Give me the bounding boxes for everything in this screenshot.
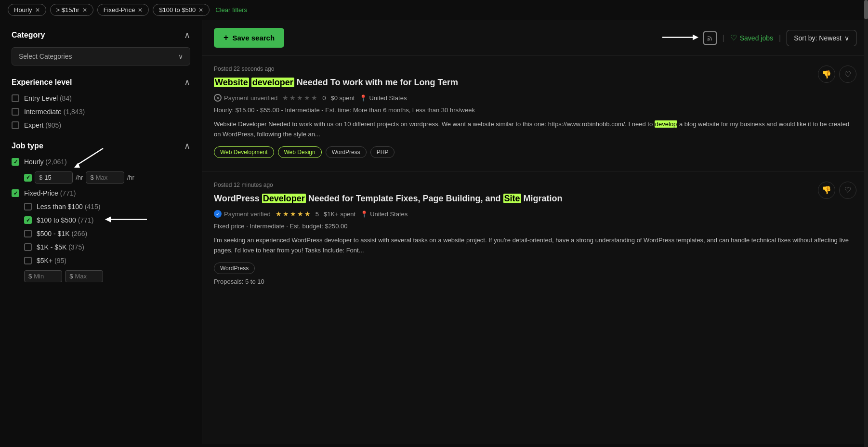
clear-filters-button[interactable]: Clear filters (215, 6, 247, 13)
fixed-price-checkbox[interactable] (12, 189, 19, 197)
payment-status-1: ✓ Payment verified (214, 210, 271, 218)
unverified-icon: ✕ (214, 94, 222, 102)
save-search-label: Save search (233, 34, 275, 42)
fixed-price-chip[interactable]: Fixed-Price✕ (97, 4, 149, 16)
experience-item-0[interactable]: Entry Level (84) (12, 94, 190, 102)
exp-checkbox-1[interactable] (12, 108, 19, 116)
job-title-0[interactable]: Website developer Needed To work with me… (214, 77, 856, 88)
price-range-item-2[interactable]: $500 - $1K (266) (24, 230, 190, 237)
job-tag-0-1[interactable]: Web Design (278, 146, 322, 158)
job-tag-0-2[interactable]: WordPress (326, 146, 367, 158)
sort-dropdown[interactable]: Sort by: Newest ∨ (787, 30, 856, 46)
job-rating-1: 5 (316, 210, 319, 218)
price-range-item-0[interactable]: Less than $100 (415) (24, 203, 190, 210)
hourly-label: Hourly (2,061) (24, 158, 67, 166)
job-actions-1: 👎 ♡ (818, 182, 856, 199)
job-type-collapse-icon[interactable]: ∧ (184, 141, 190, 151)
experience-items-list: Entry Level (84) Intermediate (1,843) Ex… (12, 94, 190, 129)
dislike-button-1[interactable]: 👎 (818, 182, 835, 199)
job-description-1: I'm seeking an experienced WordPress dev… (214, 236, 856, 256)
close-icon[interactable]: ✕ (138, 7, 143, 13)
price-ranges-list: Less than $100 (415) $100 to $500 (771) … (12, 203, 190, 264)
dislike-button-0[interactable]: 👎 (818, 66, 835, 83)
category-dropdown[interactable]: Select Categories ∨ (12, 47, 190, 66)
price-range-item-3[interactable]: $1K - $5K (375) (24, 243, 190, 251)
jobs-list: Posted 22 seconds ago Website developer … (202, 56, 868, 295)
exp-checkbox-2[interactable] (12, 121, 19, 129)
main-layout: Category ∧ Select Categories ∨ Experienc… (0, 20, 868, 444)
price-range-checkbox-0[interactable] (24, 203, 32, 210)
hourly-checkbox-item[interactable]: Hourly (2,061) (12, 158, 190, 166)
location-pin-icon: 📍 (360, 210, 368, 218)
category-header: Category ∧ (12, 30, 190, 40)
sort-chevron-icon: ∨ (844, 34, 849, 42)
fixed-price-label: Fixed-Price (771) (24, 189, 76, 197)
close-icon[interactable]: ✕ (35, 7, 40, 13)
price-range-checkbox-4[interactable] (24, 257, 32, 264)
experience-collapse-icon[interactable]: ∧ (184, 77, 190, 88)
price-range-checkbox-1[interactable] (24, 216, 32, 224)
hourly-max-input[interactable] (96, 174, 120, 181)
save-search-button[interactable]: + Save search (214, 28, 284, 48)
hourly-chip[interactable]: Hourly✕ (8, 4, 46, 16)
category-collapse-icon[interactable]: ∧ (184, 30, 190, 40)
location-pin-icon: 📍 (359, 94, 367, 102)
experience-item-2[interactable]: Expert (905) (12, 121, 190, 129)
experience-item-1[interactable]: Intermediate (1,843) (12, 108, 190, 116)
fixed-max-wrap: $ (65, 270, 103, 282)
job-title-1[interactable]: WordPress Developer Needed for Template … (214, 193, 856, 204)
fixed-min-wrap: $ (24, 270, 62, 282)
toolbar: + Save search (202, 20, 868, 56)
job-payment-info-0: ✕ Payment unverified ★★★★★ 0 $0 spent 📍 … (214, 94, 856, 102)
price-range-item-1[interactable]: $100 to $500 (771) (24, 216, 190, 224)
scrollbar-thumb[interactable] (864, 0, 868, 19)
saved-jobs-link[interactable]: ♡ Saved jobs (730, 33, 773, 42)
price-range-item-4[interactable]: $5K+ (95) (24, 257, 190, 264)
save-job-button-0[interactable]: ♡ (839, 66, 856, 83)
svg-point-6 (707, 39, 709, 40)
fixed-price-item[interactable]: Fixed-Price (771) (12, 189, 190, 197)
heart-icon: ♡ (730, 33, 737, 42)
fixed-max-input[interactable] (75, 273, 99, 280)
close-icon[interactable]: ✕ (82, 7, 87, 13)
payment-status-0: ✕ Payment unverified (214, 94, 277, 102)
min-rate-chip[interactable]: > $15/hr✕ (50, 4, 93, 16)
job-tag-0-0[interactable]: Web Development (214, 146, 274, 158)
exp-checkbox-0[interactable] (12, 94, 19, 102)
verified-icon: ✓ (214, 210, 222, 218)
price-range-checkbox-2[interactable] (24, 230, 32, 237)
job-tags-1: WordPress (214, 263, 856, 274)
category-title: Category (12, 31, 45, 39)
job-rate-info-0: Hourly: $15.00 - $55.00 - Intermediate -… (214, 106, 856, 114)
close-icon[interactable]: ✕ (198, 7, 203, 13)
experience-header: Experience level ∧ (12, 77, 190, 88)
job-actions-0: 👎 ♡ (818, 66, 856, 83)
job-stars-0: ★★★★★ (282, 94, 317, 102)
proposals-info: Proposals: 5 to 10 (214, 278, 856, 285)
job-posted-time-0: Posted 22 seconds ago (214, 66, 856, 72)
hourly-min-wrap: $ (35, 171, 73, 184)
save-job-button-1[interactable]: ♡ (839, 182, 856, 199)
hourly-rate-checkbox[interactable] (24, 174, 32, 182)
hourly-item-wrap: Hourly (2,061) (12, 158, 190, 166)
scrollbar[interactable] (864, 0, 868, 447)
chevron-down-icon: ∨ (178, 53, 183, 60)
fixed-min-input[interactable] (34, 273, 58, 280)
experience-section: Experience level ∧ Entry Level (84) Inte… (12, 77, 190, 129)
rss-icon[interactable] (703, 31, 717, 45)
job-location-0: 📍 United States (359, 94, 407, 102)
job-card-1: Posted 12 minutes ago WordPress Develope… (202, 172, 868, 295)
job-type-header: Job type ∧ (12, 141, 190, 151)
job-rating-0: 0 (322, 94, 326, 102)
job-tag-0-3[interactable]: PHP (370, 146, 395, 158)
svg-marker-3 (105, 217, 111, 223)
budget-range-chip[interactable]: $100 to $500✕ (153, 4, 210, 16)
job-tag-1-0[interactable]: WordPress (214, 263, 255, 274)
job-card-0: Posted 22 seconds ago Website developer … (202, 56, 868, 172)
category-dropdown-label: Select Categories (19, 53, 72, 60)
filter-bar: Hourly✕> $15/hr✕Fixed-Price✕$100 to $500… (0, 0, 868, 20)
price-range-checkbox-3[interactable] (24, 243, 32, 251)
hourly-min-input[interactable] (44, 174, 68, 181)
job-type-section: Job type ∧ Hourly (2,061) (12, 141, 190, 282)
hourly-checkbox[interactable] (12, 158, 19, 166)
